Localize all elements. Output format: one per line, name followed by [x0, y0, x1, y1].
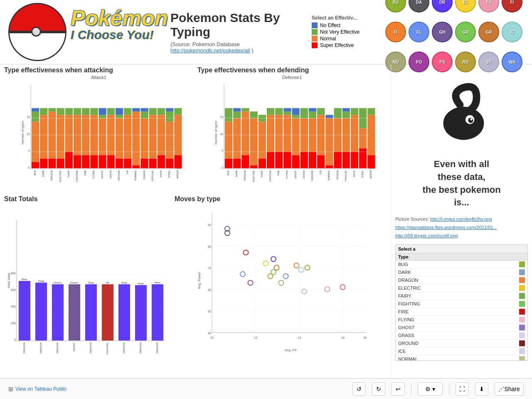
bar-super-ghost[interactable] — [99, 155, 106, 168]
source-link[interactable]: http://pokemondb.net/pokedex/all — [170, 47, 250, 54]
moves-dot-flying[interactable] — [283, 274, 288, 279]
stat-bar-8[interactable] — [152, 284, 163, 341]
source-link-2[interactable]: https://giansaldana.files.wordpress.com/… — [395, 225, 497, 230]
bar-super-bug[interactable] — [225, 158, 232, 168]
moves-dot-poison[interactable] — [248, 280, 253, 285]
source-link-3[interactable]: http://i59.tinypic.com/ncxitf.png — [395, 233, 458, 238]
type-select-row-dark[interactable]: DARK — [396, 268, 527, 276]
type-icon-flying[interactable]: FL — [409, 22, 429, 42]
undo-button[interactable]: ↺ — [352, 382, 366, 396]
stat-bar-4[interactable] — [85, 284, 97, 341]
bar-notvery-fairy[interactable] — [65, 108, 73, 115]
bar-super-steel[interactable] — [166, 158, 173, 168]
bar-normal-dark[interactable] — [40, 115, 47, 158]
bar-notvery-dark[interactable] — [233, 111, 241, 118]
bar-normal-dark[interactable] — [233, 118, 241, 158]
type-select-row-ice[interactable]: ICE — [396, 347, 527, 355]
moves-dot-rock[interactable] — [268, 274, 273, 279]
moves-dot-fighting[interactable] — [243, 250, 248, 255]
bar-super-dragon[interactable] — [241, 155, 249, 168]
bar-super-rock[interactable] — [351, 152, 358, 168]
type-select-row-electric[interactable]: ELECTRIC — [396, 284, 527, 292]
bar-notvery-water[interactable] — [367, 108, 375, 115]
bar-noeffect-ground[interactable] — [309, 108, 316, 111]
bar-super-grass[interactable] — [300, 152, 308, 168]
bar-normal-dragon[interactable] — [241, 111, 249, 155]
stat-bar-3[interactable] — [69, 284, 80, 341]
bar-normal-fairy[interactable] — [65, 115, 73, 152]
moves-dot-dragon[interactable] — [271, 256, 276, 261]
stat-bar-0[interactable] — [19, 281, 30, 341]
settings-button[interactable]: ⚙ ▾ — [418, 382, 443, 396]
type-select-row-ghost[interactable]: GHOST — [396, 324, 527, 332]
bar-super-flying[interactable] — [90, 155, 98, 168]
redo-button[interactable]: ↻ — [372, 382, 385, 396]
bar-normal-electric[interactable] — [250, 118, 258, 165]
bar-notvery-electric[interactable] — [250, 111, 258, 118]
moves-dot-electric[interactable] — [264, 261, 268, 266]
bar-normal-ghost[interactable] — [99, 118, 106, 155]
bar-super-dragon[interactable] — [48, 158, 56, 168]
bar-notvery-fire[interactable] — [275, 108, 283, 115]
bar-notvery-fire[interactable] — [82, 108, 89, 115]
bar-noeffect-poison[interactable] — [140, 108, 148, 111]
bar-super-ghost[interactable] — [292, 155, 300, 168]
bar-super-ground[interactable] — [116, 158, 123, 168]
bar-super-ground[interactable] — [309, 152, 316, 168]
moves-dot-steel[interactable] — [302, 289, 307, 294]
type-select-row-fighting[interactable]: FIGHTING — [396, 300, 527, 308]
type-icon-fire[interactable]: FI — [385, 22, 406, 42]
fullscreen-button[interactable]: ⛶ — [456, 382, 469, 396]
bar-super-normal[interactable] — [132, 165, 140, 168]
share-button[interactable]: ⋰ Share — [495, 382, 524, 396]
type-icon-fairy[interactable]: FA — [478, 0, 499, 12]
type-select-row-dragon[interactable]: DRAGON — [396, 276, 527, 284]
bar-notvery-flying[interactable] — [283, 111, 291, 115]
type-icon-dark[interactable]: DA — [409, 0, 429, 12]
type-icon-fighting[interactable]: FI — [502, 0, 522, 12]
bar-super-fire[interactable] — [275, 152, 283, 168]
stat-bar-2[interactable] — [52, 284, 64, 341]
type-icon-ghost[interactable]: GH — [432, 22, 453, 42]
bar-notvery-grass[interactable] — [300, 108, 308, 118]
bar-super-rock[interactable] — [158, 155, 165, 168]
bar-normal-fighting[interactable] — [267, 115, 274, 152]
bar-notvery-ice[interactable] — [124, 108, 131, 115]
bar-normal-psychic[interactable] — [149, 115, 157, 158]
bar-noeffect-psychic[interactable] — [342, 108, 350, 111]
bar-notvery-fighting[interactable] — [267, 108, 274, 115]
bar-super-dark[interactable] — [233, 158, 241, 168]
bar-super-electric[interactable] — [250, 165, 258, 168]
type-select-row-normal[interactable]: NORMAL — [396, 355, 527, 361]
bar-notvery-dark[interactable] — [40, 108, 47, 115]
bar-notvery-psychic[interactable] — [342, 111, 350, 118]
moves-dot-psychic[interactable] — [340, 285, 345, 290]
bar-super-fighting[interactable] — [267, 152, 274, 168]
bar-notvery-dragon[interactable] — [241, 108, 249, 111]
type-select-row-fire[interactable]: FIRE — [396, 308, 527, 316]
type-select-row-fairy[interactable]: FAIRY — [396, 292, 527, 300]
bar-notvery-rock[interactable] — [351, 108, 358, 115]
bar-notvery-dragon[interactable] — [48, 108, 56, 111]
bar-normal-steel[interactable] — [359, 128, 367, 148]
bar-super-dark[interactable] — [40, 158, 47, 168]
bar-notvery-fighting[interactable] — [74, 108, 81, 115]
bar-notvery-rock[interactable] — [158, 108, 165, 115]
bar-notvery-bug[interactable] — [32, 111, 39, 121]
type-icon-electric[interactable]: EL — [455, 0, 476, 12]
bar-super-electric[interactable] — [57, 158, 64, 168]
bar-super-poison[interactable] — [334, 152, 341, 168]
bar-normal-normal[interactable] — [325, 118, 333, 165]
bar-noeffect-ground[interactable] — [116, 108, 123, 115]
bar-notvery-water[interactable] — [174, 108, 182, 115]
bar-normal-normal[interactable] — [132, 111, 140, 165]
bar-normal-bug[interactable] — [225, 121, 232, 158]
legend-item-normal[interactable]: Normal — [312, 36, 382, 42]
bar-super-steel[interactable] — [359, 148, 367, 168]
type-selector-panel[interactable]: Select a Type BUGDARKDRAGONELECTRICFAIRY… — [395, 244, 528, 361]
type-icon-ice[interactable]: IC — [502, 22, 522, 42]
stat-bar-6[interactable] — [118, 284, 130, 341]
bar-notvery-bug[interactable] — [225, 108, 232, 121]
bar-super-grass[interactable] — [107, 155, 115, 168]
bar-normal-ground[interactable] — [116, 118, 123, 158]
